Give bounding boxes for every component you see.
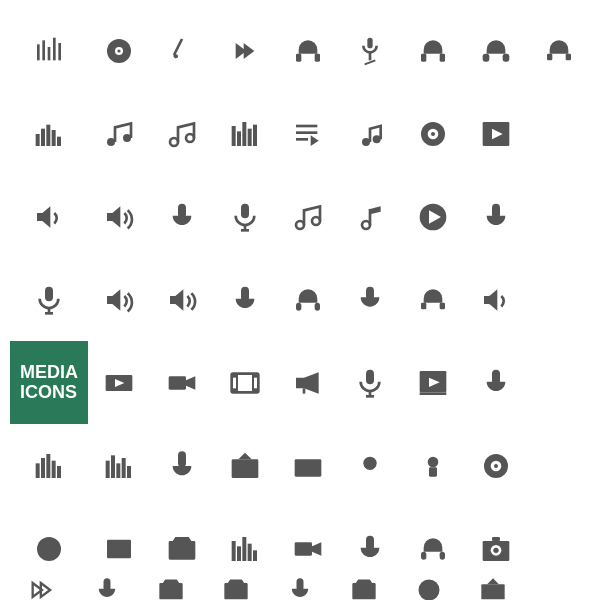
- svg-rect-85: [122, 372, 125, 375]
- svg-marker-69: [170, 289, 183, 310]
- svg-rect-129: [294, 459, 321, 476]
- svg-rect-83: [111, 372, 114, 375]
- svg-rect-84: [117, 372, 120, 375]
- icon-music-note4: [276, 176, 339, 259]
- svg-point-43: [373, 136, 381, 144]
- svg-point-178: [360, 585, 369, 594]
- svg-marker-102: [296, 372, 319, 393]
- icon-speaker-low: [10, 176, 88, 259]
- svg-point-30: [123, 134, 131, 142]
- svg-marker-68: [107, 289, 120, 310]
- icon-filmstrip: [88, 341, 151, 424]
- svg-line-8: [174, 39, 182, 55]
- icon-video-camera: [151, 341, 214, 424]
- svg-point-149: [111, 543, 116, 548]
- svg-rect-0: [37, 45, 40, 61]
- svg-rect-93: [169, 376, 186, 389]
- svg-rect-86: [127, 372, 130, 375]
- svg-rect-148: [107, 539, 131, 558]
- svg-rect-65: [45, 287, 53, 302]
- svg-rect-23: [565, 54, 570, 61]
- icon-bar-chart: [10, 93, 88, 176]
- svg-rect-34: [237, 132, 241, 147]
- icon-eq-bars: [214, 93, 277, 176]
- svg-rect-123: [178, 451, 186, 467]
- icon-tv-solid: [276, 424, 339, 507]
- svg-rect-1: [42, 41, 45, 61]
- svg-marker-41: [310, 136, 318, 147]
- svg-rect-88: [111, 391, 114, 394]
- icon-empty2: [527, 176, 590, 259]
- svg-rect-151: [232, 541, 236, 561]
- svg-rect-89: [117, 391, 120, 394]
- svg-point-7: [118, 50, 121, 53]
- svg-point-32: [186, 134, 194, 142]
- icon-empty1: [527, 93, 590, 176]
- svg-point-134: [368, 460, 373, 465]
- icon-speaker-low2: [465, 259, 528, 342]
- svg-rect-90: [122, 391, 125, 394]
- icon-headphones5: [276, 259, 339, 342]
- svg-marker-12: [244, 43, 255, 59]
- icon-equalizer: [10, 10, 88, 93]
- svg-marker-50: [107, 206, 120, 227]
- icon-mic-outline5: [270, 560, 330, 600]
- svg-point-143: [494, 464, 498, 468]
- svg-rect-166: [492, 537, 500, 541]
- icon-microphone-line: [151, 10, 214, 93]
- icon-grid: MEDIA ICONS: [0, 0, 600, 600]
- svg-rect-113: [36, 463, 40, 478]
- icon-speaker-high: [88, 176, 151, 259]
- svg-rect-3: [53, 38, 56, 61]
- svg-rect-24: [36, 134, 40, 146]
- svg-rect-91: [127, 391, 130, 394]
- icon-music-note3: [339, 93, 402, 176]
- svg-rect-116: [52, 460, 56, 477]
- icon-empty3: [527, 259, 590, 342]
- svg-rect-26: [46, 125, 50, 146]
- icon-cd2: [465, 424, 528, 507]
- svg-rect-4: [58, 43, 61, 60]
- icon-mic-outline4: [77, 560, 137, 600]
- media-label-line2: ICONS: [20, 383, 77, 403]
- icon-mic-stand: [339, 10, 402, 93]
- icon-mic-solid2: [10, 259, 88, 342]
- icon-speaker-medium: [151, 259, 214, 342]
- svg-rect-35: [242, 122, 246, 146]
- icon-headphones4: [527, 10, 590, 93]
- media-label-line1: MEDIA: [20, 363, 78, 383]
- icon-mic-tall: [151, 424, 214, 507]
- svg-marker-80: [484, 289, 497, 310]
- icon-play-window: [402, 341, 465, 424]
- svg-line-17: [365, 61, 376, 65]
- svg-rect-82: [106, 372, 109, 375]
- svg-marker-94: [186, 376, 195, 389]
- svg-point-57: [296, 221, 304, 229]
- svg-rect-28: [57, 137, 61, 146]
- svg-rect-74: [314, 303, 319, 311]
- svg-point-172: [166, 585, 175, 594]
- svg-rect-20: [483, 54, 490, 62]
- svg-rect-104: [366, 370, 374, 385]
- icon-play-button: [402, 176, 465, 259]
- icon-mic-small2: [214, 259, 277, 342]
- svg-rect-2: [48, 47, 51, 60]
- svg-rect-19: [440, 54, 445, 62]
- svg-rect-15: [368, 38, 373, 49]
- icon-speaker-high2: [88, 259, 151, 342]
- svg-rect-79: [440, 303, 445, 310]
- svg-point-10: [174, 55, 178, 59]
- svg-marker-157: [312, 542, 321, 555]
- icon-music-lines: [276, 93, 339, 176]
- svg-rect-115: [46, 454, 50, 478]
- svg-rect-155: [253, 550, 257, 561]
- svg-point-138: [431, 460, 435, 464]
- svg-rect-154: [248, 543, 252, 560]
- icon-camera-outline2: [206, 560, 266, 600]
- icon-webcam2: [402, 424, 465, 507]
- svg-rect-152: [237, 546, 241, 561]
- icon-film: [214, 341, 277, 424]
- icon-shutter2: [399, 560, 459, 600]
- icon-camera-outline3: [334, 560, 394, 600]
- icon-headphones3: [465, 10, 528, 93]
